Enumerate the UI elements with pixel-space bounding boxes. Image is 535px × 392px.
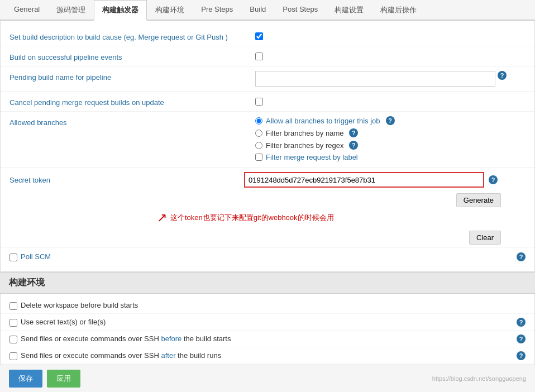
pending-build-label: Pending build name for pipeline bbox=[9, 71, 255, 82]
tab-trigger[interactable]: 构建触发器 bbox=[94, 0, 147, 21]
build-description-control bbox=[255, 31, 526, 40]
tab-pre-steps[interactable]: Pre Steps bbox=[193, 0, 241, 21]
pipeline-events-label: Build on successful pipeline events bbox=[9, 51, 255, 61]
allowed-branches-row: Allowed branches Allow all branches to t… bbox=[1, 112, 534, 168]
pending-build-control: ? bbox=[255, 71, 526, 87]
pending-build-help-icon[interactable]: ? bbox=[498, 71, 507, 80]
env-send-before-help-icon[interactable]: ? bbox=[517, 334, 526, 343]
poll-scm-label: Poll SCM bbox=[21, 252, 51, 261]
radio-allow-all-row: Allow all branches to trigger this job ? bbox=[255, 116, 395, 125]
cancel-pending-checkbox[interactable] bbox=[255, 98, 263, 106]
env-secret-text-help-icon[interactable]: ? bbox=[517, 318, 526, 327]
apply-button[interactable]: 应用 bbox=[47, 370, 80, 383]
env-send-after-label: Send files or execute commands over SSH … bbox=[21, 351, 514, 360]
poll-scm-checkbox[interactable] bbox=[9, 254, 17, 261]
env-send-after-row: Send files or execute commands over SSH … bbox=[1, 347, 534, 364]
clear-btn-row: Clear bbox=[1, 230, 534, 247]
allowed-branches-label: Allowed branches bbox=[9, 116, 255, 127]
radio-allow-all-label: Allow all branches to trigger this job bbox=[266, 117, 380, 125]
generate-button[interactable]: Generate bbox=[456, 193, 501, 207]
pipeline-events-row: Build on successful pipeline events bbox=[1, 46, 534, 66]
env-send-before-checkbox[interactable] bbox=[9, 336, 17, 343]
annotation-arrow-icon: ↗ bbox=[157, 211, 167, 225]
pipeline-events-checkbox[interactable] bbox=[255, 52, 263, 60]
radio-filter-regex[interactable] bbox=[255, 142, 262, 149]
env-delete-workspace-label: Delete workspace before build starts bbox=[21, 301, 526, 309]
env-delete-workspace-checkbox[interactable] bbox=[9, 302, 17, 310]
tab-general[interactable]: General bbox=[6, 0, 48, 21]
pending-build-input[interactable] bbox=[255, 71, 495, 87]
generate-btn-row: Generate bbox=[1, 192, 534, 208]
radio-filter-regex-help-icon[interactable]: ? bbox=[349, 141, 358, 150]
build-env-section: Delete workspace before build starts Use… bbox=[0, 294, 535, 368]
env-send-before-label: Send files or execute commands over SSH … bbox=[21, 334, 514, 343]
radio-allow-all-help-icon[interactable]: ? bbox=[386, 116, 395, 125]
radio-allow-all[interactable] bbox=[255, 117, 262, 125]
secret-token-row: Secret token ? bbox=[1, 168, 534, 192]
cancel-pending-label: Cancel pending merge request builds on u… bbox=[9, 96, 255, 107]
build-description-row: Set build description to build cause (eg… bbox=[1, 26, 534, 46]
secret-token-input[interactable] bbox=[244, 172, 484, 188]
radio-filter-regex-row: Filter branches by regex ? bbox=[255, 141, 395, 150]
poll-scm-row: Poll SCM ? bbox=[1, 247, 534, 266]
tab-build[interactable]: Build bbox=[241, 0, 274, 21]
footer-buttons: 保存 应用 bbox=[9, 370, 80, 383]
radio-filter-merge-row: Filter merge request by label bbox=[255, 153, 395, 161]
env-send-after-checkbox[interactable] bbox=[9, 352, 17, 360]
clear-button[interactable]: Clear bbox=[469, 231, 501, 245]
allowed-branches-control: Allow all branches to trigger this job ?… bbox=[255, 116, 526, 161]
secret-token-label: Secret token bbox=[9, 176, 244, 184]
radio-filter-name-row: Filter branches by name ? bbox=[255, 128, 395, 137]
cancel-pending-row: Cancel pending merge request builds on u… bbox=[1, 92, 534, 112]
form-content: Set build description to build cause (eg… bbox=[0, 21, 535, 272]
env-secret-text-row: Use secret text(s) or file(s) ? bbox=[1, 314, 534, 331]
env-delete-workspace-row: Delete workspace before build starts bbox=[1, 297, 534, 314]
tab-bar: General 源码管理 构建触发器 构建环境 Pre Steps Build … bbox=[0, 0, 535, 21]
footer: 保存 应用 https://blog.csdn.net/songguopeng bbox=[0, 365, 535, 383]
radio-filter-name-help-icon[interactable]: ? bbox=[349, 128, 358, 137]
radio-filter-name[interactable] bbox=[255, 130, 262, 137]
poll-scm-help-icon[interactable]: ? bbox=[517, 252, 526, 261]
tab-build-settings[interactable]: 构建设置 bbox=[326, 0, 372, 21]
pipeline-events-control bbox=[255, 51, 526, 60]
env-send-after-help-icon[interactable]: ? bbox=[517, 351, 526, 360]
save-button[interactable]: 保存 bbox=[9, 370, 42, 383]
tab-source[interactable]: 源码管理 bbox=[48, 0, 94, 21]
radio-filter-merge[interactable] bbox=[255, 154, 262, 161]
tab-build-env[interactable]: 构建环境 bbox=[147, 0, 193, 21]
build-description-checkbox[interactable] bbox=[255, 32, 263, 40]
radio-filter-regex-label: Filter branches by regex bbox=[266, 141, 343, 150]
build-env-title: 构建环境 bbox=[0, 272, 535, 294]
tab-post-steps[interactable]: Post Steps bbox=[274, 0, 326, 21]
secret-token-help-icon[interactable]: ? bbox=[489, 175, 498, 184]
tab-post-build[interactable]: 构建后操作 bbox=[372, 0, 425, 21]
radio-filter-merge-label: Filter merge request by label bbox=[266, 153, 358, 161]
secret-token-control: ? bbox=[244, 172, 498, 188]
annotation-text: 这个token也要记下来配置git的webhook的时候会用 bbox=[170, 213, 334, 223]
radio-group: Allow all branches to trigger this job ?… bbox=[255, 116, 395, 161]
radio-filter-name-label: Filter branches by name bbox=[266, 129, 343, 137]
cancel-pending-control bbox=[255, 96, 526, 106]
env-secret-text-label: Use secret text(s) or file(s) bbox=[21, 318, 514, 326]
build-description-label: Set build description to build cause (eg… bbox=[9, 31, 255, 41]
pending-build-row: Pending build name for pipeline ? bbox=[1, 66, 534, 92]
annotation-row: ↗ 这个token也要记下来配置git的webhook的时候会用 bbox=[1, 208, 534, 230]
env-secret-text-checkbox[interactable] bbox=[9, 319, 17, 327]
watermark: https://blog.csdn.net/songguopeng bbox=[432, 375, 526, 382]
env-send-before-row: Send files or execute commands over SSH … bbox=[1, 331, 534, 347]
